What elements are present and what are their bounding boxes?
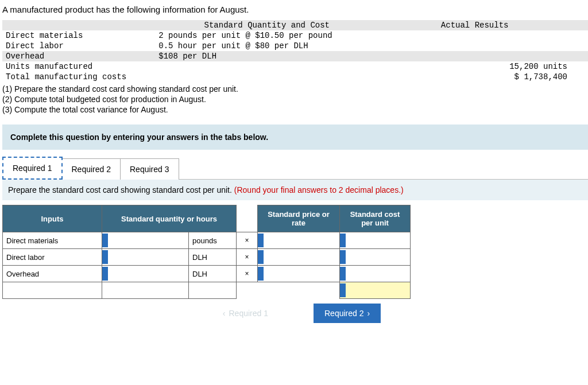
prev-button-label: Required 1 [229,309,269,318]
row-label: Units manufactured [2,61,155,72]
prev-button: ‹ Required 1 [212,304,279,323]
instruction-line: (1) Prepare the standard cost card showi… [2,84,588,94]
next-button-label: Required 2 [324,309,364,318]
table-row: Units manufactured 15,200 units [2,61,588,72]
input-handle-icon [258,267,264,281]
table-row: Direct materials 2 pounds per unit @ $10… [2,30,588,41]
instruction-line: (3) Compute the total cost variance for … [2,105,588,114]
input-handle-icon [340,283,346,297]
rate-input-cell[interactable] [258,266,340,282]
header-standard: Standard Quantity and Cost [155,20,378,30]
info-header-row: Standard Quantity and Cost Actual Result… [2,20,588,30]
th-inputs: Inputs [3,205,102,232]
row-actual: $ 1,738,400 [378,72,588,82]
next-button[interactable]: Required 2 › [314,304,381,323]
total-label-cell [3,282,102,299]
answer-row: Overhead DLH × [3,266,411,282]
row-std: 0.5 hour per unit @ $80 per DLH [155,41,378,51]
row-input-label: Direct labor [3,249,102,266]
table-row: Direct labor 0.5 hour per unit @ $80 per… [2,41,588,51]
tab-required-3[interactable]: Required 3 [120,158,179,180]
input-handle-icon [258,234,264,247]
table-row: Overhead $108 per DLH [2,51,588,61]
tab-required-1[interactable]: Required 1 [2,157,63,180]
row-actual [378,41,588,51]
nav-row: ‹ Required 1 Required 2 › [2,304,588,323]
rate-input-cell[interactable] [258,232,340,249]
row-std [155,61,378,72]
row-actual [378,30,588,41]
answer-area: Inputs Standard quantity or hours Standa… [2,200,588,330]
multiply-icon: × [237,249,258,266]
tab-prompt: Prepare the standard cost card showing s… [8,185,234,195]
empty-cell [237,282,258,299]
row-label: Total manufacturing costs [2,72,155,82]
input-handle-icon [340,234,346,247]
tab-hint: (Round your final answers to 2 decimal p… [234,185,404,195]
empty-cell [189,282,237,299]
answer-table: Inputs Standard quantity or hours Standa… [2,205,411,299]
row-std: 2 pounds per unit @ $10.50 per pound [155,30,378,41]
row-std: $108 per DLH [155,51,378,61]
qty-input-cell[interactable] [102,249,189,266]
row-input-label: Overhead [3,266,102,282]
unit-label: pounds [189,232,237,249]
row-actual [378,51,588,61]
instruction-line: (2) Compute total budgeted cost for prod… [2,95,588,104]
input-handle-icon [102,250,108,264]
tab-required-2[interactable]: Required 2 [62,158,121,180]
chevron-left-icon: ‹ [223,309,226,318]
total-cost-cell[interactable] [340,282,411,299]
row-actual: 15,200 units [378,61,588,72]
unit-label: DLH [189,266,237,282]
instructions: (1) Prepare the standard cost card showi… [2,84,588,114]
th-standard-qty-hours: Standard quantity or hours [102,205,237,232]
input-handle-icon [340,267,346,281]
row-std [155,72,378,82]
answer-row: Direct labor DLH × [3,249,411,266]
answer-header-row: Inputs Standard quantity or hours Standa… [3,205,411,232]
input-handle-icon [102,267,108,281]
cost-input-cell[interactable] [340,232,411,249]
tabs: Required 1 Required 2 Required 3 [2,157,588,180]
row-input-label: Direct materials [3,232,102,249]
tab-content: Prepare the standard cost card showing s… [2,179,588,200]
complete-banner: Complete this question by entering your … [2,125,588,150]
question-intro: A manufactured product has the following… [2,5,588,14]
row-label: Overhead [2,51,155,61]
input-handle-icon [102,234,108,247]
unit-label: DLH [189,249,237,266]
qty-input-cell[interactable] [102,232,189,249]
row-label: Direct labor [2,41,155,51]
cost-input-cell[interactable] [340,249,411,266]
cost-input-cell[interactable] [340,266,411,282]
answer-total-row [3,282,411,299]
empty-cell [258,282,340,299]
qty-input-cell[interactable] [102,266,189,282]
input-handle-icon [340,250,346,264]
rate-input-cell[interactable] [258,249,340,266]
row-label: Direct materials [2,30,155,41]
multiply-icon: × [237,232,258,249]
table-row: Total manufacturing costs $ 1,738,400 [2,72,588,82]
empty-cell [102,282,189,299]
answer-row: Direct materials pounds × [3,232,411,249]
th-standard-price-rate: Standard price or rate [258,205,340,232]
chevron-right-icon: › [368,309,370,318]
input-handle-icon [258,250,264,264]
header-actual: Actual Results [378,20,588,30]
th-standard-cost-per-unit: Standard cost per unit [340,205,411,232]
info-table: Standard Quantity and Cost Actual Result… [2,20,588,82]
multiply-icon: × [237,266,258,282]
